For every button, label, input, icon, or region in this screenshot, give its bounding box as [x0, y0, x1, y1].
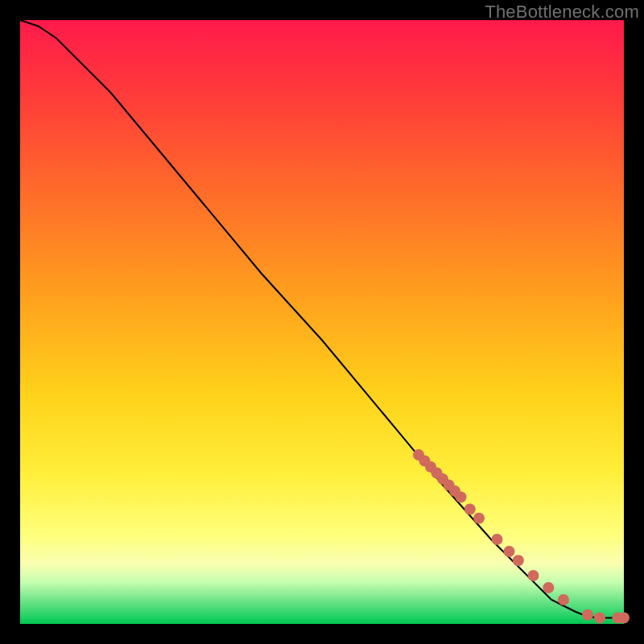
marker-point — [456, 492, 467, 503]
marker-point — [558, 594, 569, 605]
marker-point — [504, 546, 515, 557]
chart-svg — [20, 20, 624, 624]
marker-point — [528, 570, 539, 581]
marker-point — [543, 582, 554, 593]
marker-point — [464, 504, 476, 515]
marker-point — [513, 555, 524, 566]
marker-point — [618, 613, 630, 624]
marker-point — [582, 609, 593, 621]
marker-point — [473, 513, 485, 524]
curve-line — [20, 20, 624, 618]
markers-group — [413, 449, 630, 624]
marker-point — [594, 613, 605, 624]
marker-point — [492, 534, 503, 545]
